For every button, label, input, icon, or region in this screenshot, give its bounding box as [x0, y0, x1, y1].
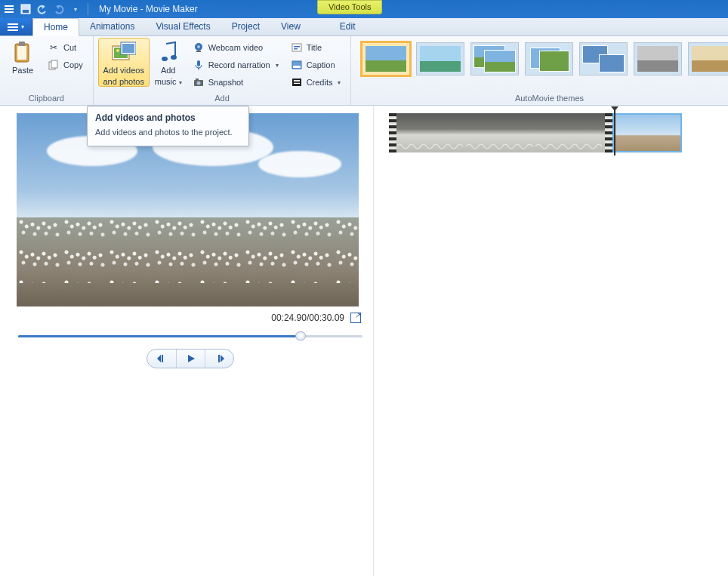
timeline-clip[interactable]	[466, 113, 535, 152]
fullscreen-icon[interactable]	[350, 313, 361, 323]
context-tab-badge: Video Tools	[317, 0, 382, 14]
webcam-icon	[193, 42, 205, 54]
timeline-clip[interactable]	[535, 113, 605, 152]
microphone-icon	[193, 59, 205, 71]
tab-visual-effects[interactable]: Visual Effects	[145, 18, 221, 35]
webcam-video-button[interactable]: Webcam video	[187, 39, 284, 56]
qat-dropdown-icon[interactable]: ▾	[69, 3, 82, 15]
next-frame-button[interactable]	[205, 350, 233, 368]
timeline-pane[interactable]	[374, 106, 728, 576]
svg-point-16	[171, 55, 177, 60]
prev-frame-button[interactable]	[147, 350, 176, 368]
timeline-playhead[interactable]	[614, 110, 615, 156]
chevron-down-icon: ▾	[21, 23, 24, 30]
credits-button[interactable]: Credits▾	[285, 74, 347, 91]
svg-rect-29	[293, 66, 301, 68]
svg-rect-6	[17, 46, 26, 60]
theme-7[interactable]	[688, 42, 728, 75]
play-button[interactable]	[176, 350, 205, 368]
window-title: My Movie - Movie Maker	[99, 4, 198, 14]
paste-label: Paste	[12, 66, 33, 75]
svg-rect-1	[5, 8, 14, 10]
photo-video-icon	[112, 40, 136, 64]
theme-4[interactable]	[525, 42, 573, 75]
camera-icon	[193, 76, 205, 88]
title-icon	[291, 42, 303, 54]
seek-bar[interactable]	[18, 331, 362, 341]
svg-rect-0	[5, 5, 14, 7]
redo-icon[interactable]	[53, 3, 65, 15]
svg-rect-9	[51, 60, 57, 68]
add-videos-photos-button[interactable]: Add videos and photos	[98, 38, 150, 87]
svg-point-12	[116, 49, 119, 52]
chevron-down-icon: ▾	[179, 79, 182, 86]
ribbon: Paste ✂Cut Copy Clipboard Add videos and…	[0, 36, 728, 106]
svg-point-15	[162, 57, 168, 61]
group-add: Add videos and photos Add music ▾ Webcam…	[94, 36, 352, 105]
group-clipboard-label: Clipboard	[5, 92, 88, 105]
timeline-clip[interactable]	[396, 113, 466, 152]
menu-bars-icon	[8, 23, 18, 31]
tooltip-title: Add videos and photos	[95, 112, 241, 123]
app-menu-icon[interactable]	[3, 3, 15, 15]
playback-time: 00:24.90/00:30.09	[271, 313, 344, 323]
tab-animations[interactable]: Animations	[79, 18, 145, 35]
record-narration-button[interactable]: Record narration▾	[187, 57, 284, 73]
svg-point-18	[197, 45, 200, 48]
svg-rect-34	[162, 355, 163, 362]
save-icon[interactable]	[20, 3, 32, 15]
undo-icon[interactable]	[36, 3, 48, 15]
snapshot-button[interactable]: Snapshot	[187, 74, 284, 91]
svg-rect-20	[197, 60, 200, 66]
timeline-photo-clip[interactable]	[612, 113, 682, 152]
svg-rect-24	[196, 79, 199, 81]
svg-rect-32	[294, 82, 300, 82]
tab-view[interactable]: View	[270, 18, 311, 35]
caption-icon	[291, 59, 303, 71]
tab-project[interactable]: Project	[221, 18, 270, 35]
film-sprocket-icon	[389, 113, 396, 152]
theme-6[interactable]	[634, 42, 682, 75]
paste-button[interactable]: Paste	[5, 38, 41, 76]
svg-rect-2	[5, 11, 14, 13]
svg-rect-25	[292, 44, 301, 51]
chevron-down-icon: ▾	[276, 62, 279, 69]
group-themes-label: AutoMovie themes	[356, 92, 728, 105]
svg-point-23	[196, 82, 200, 85]
theme-2[interactable]	[416, 42, 464, 75]
file-menu-button[interactable]: ▾	[0, 18, 32, 35]
svg-rect-19	[196, 51, 201, 52]
ribbon-tabstrip: ▾ Home Animations Visual Effects Project…	[0, 18, 728, 36]
svg-rect-35	[218, 355, 220, 362]
svg-rect-14	[122, 44, 134, 53]
tab-home[interactable]: Home	[32, 18, 79, 36]
add-music-button[interactable]: Add music ▾	[151, 38, 186, 87]
theme-3[interactable]	[470, 42, 519, 75]
copy-button[interactable]: Copy	[42, 57, 88, 73]
group-themes: ▴▾▿ AutoMovie themes	[351, 36, 728, 105]
clipboard-icon	[11, 40, 35, 64]
cut-button[interactable]: ✂Cut	[42, 39, 88, 56]
credits-icon	[291, 76, 303, 88]
seek-thumb[interactable]	[295, 331, 306, 340]
film-sprocket-icon	[605, 113, 612, 152]
tooltip-add-videos-photos: Add videos and photos Add videos and pho…	[87, 106, 249, 146]
copy-icon	[48, 59, 60, 71]
svg-rect-31	[294, 80, 300, 81]
svg-rect-7	[19, 42, 25, 46]
workspace: 00:24.90/00:30.09	[0, 106, 728, 576]
caption-button[interactable]: Caption	[285, 57, 347, 73]
playback-controls	[147, 349, 234, 368]
tooltip-body: Add videos and photos to the project.	[95, 127, 241, 138]
tab-edit[interactable]: Edit	[329, 18, 366, 35]
theme-default[interactable]	[362, 42, 410, 75]
svg-rect-27	[294, 48, 298, 50]
svg-rect-26	[294, 46, 300, 48]
svg-rect-4	[23, 10, 29, 13]
group-add-label: Add	[98, 92, 347, 105]
theme-5[interactable]	[579, 42, 628, 75]
chevron-down-icon: ▾	[338, 79, 341, 86]
titlebar: ▾ My Movie - Movie Maker Video Tools	[0, 0, 728, 18]
title-button[interactable]: Title	[285, 39, 347, 56]
scissors-icon: ✂	[48, 42, 60, 54]
